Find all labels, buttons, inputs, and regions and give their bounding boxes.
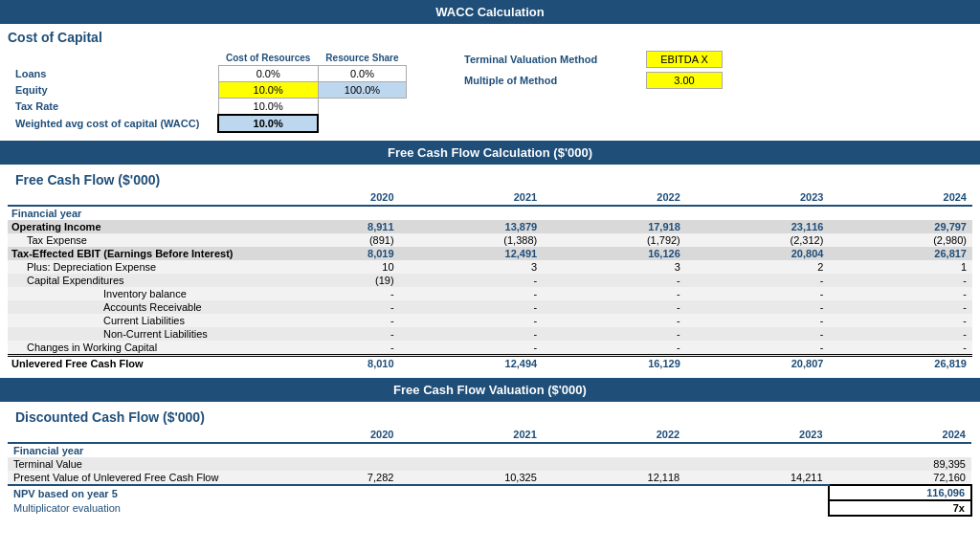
fcf-val-5-2: - <box>543 274 686 287</box>
val-header-row: 2020 2021 2022 2023 2024 <box>8 427 971 443</box>
col-share-header: Resource Share <box>318 51 406 66</box>
tax-cost[interactable]: 10.0% <box>218 99 318 116</box>
fcf-section-title: Free Cash Flow ($'000) <box>8 166 972 189</box>
fcf-label-11: Unlevered Free Cash Flow <box>8 356 256 371</box>
fcf-val-0-0 <box>256 206 400 220</box>
fcf-val-1-1: 13,879 <box>400 220 544 233</box>
terminal-row-1: Terminal Valuation Method EBITDA X <box>464 51 723 68</box>
terminal-label-1: Terminal Valuation Method <box>464 54 636 65</box>
val-val-0-3 <box>685 443 828 457</box>
fcf-val-9-1: - <box>400 327 544 341</box>
fcf-val-0-2 <box>543 206 686 220</box>
wacc-row-tax: Tax Rate 10.0% <box>8 99 407 116</box>
terminal-value-2[interactable]: 3.00 <box>646 72 723 89</box>
fcf-val-1-0: 8,911 <box>256 220 400 233</box>
fcf-label-4: Plus: Depreciation Expense <box>8 260 256 274</box>
loans-cost[interactable]: 0.0% <box>218 66 318 82</box>
val-val-3-3 <box>685 485 828 500</box>
fcf-val-8-0: - <box>256 314 400 327</box>
main-header: WACC Calculation <box>0 0 980 24</box>
wacc-row-equity: Equity 10.0% 100.0% <box>8 82 407 99</box>
loans-share[interactable]: 0.0% <box>318 66 406 82</box>
wacc-label: Weighted avg cost of capital (WACC) <box>8 115 218 132</box>
fcf-val-0-4 <box>829 206 972 220</box>
val-val-2-0: 7,282 <box>256 471 399 485</box>
fcf-row-10: Changes in Working Capital----- <box>8 341 972 356</box>
val-val-1-1 <box>399 457 542 471</box>
val-year-2020: 2020 <box>256 427 399 443</box>
equity-share[interactable]: 100.0% <box>318 82 406 99</box>
wacc-section-title: Cost of Capital <box>0 24 980 47</box>
wacc-left: Cost of Resources Resource Share Loans 0… <box>8 51 407 133</box>
val-row-0: Financial year <box>8 443 971 457</box>
val-val-2-1: 10,325 <box>399 471 542 485</box>
fcf-val-6-3: - <box>686 287 830 300</box>
fcf-row-1: Operating Income8,91113,87917,91823,1162… <box>8 220 972 233</box>
fcf-row-6: Inventory balance----- <box>8 287 972 300</box>
fcf-header: Free Cash Flow Calculation ($'000) <box>0 141 980 165</box>
val-val-0-0 <box>256 443 399 457</box>
val-row-2: Present Value of Unlevered Free Cash Flo… <box>8 471 971 485</box>
val-val-1-3 <box>685 457 828 471</box>
fcf-table: 2020 2021 2022 2023 2024 Financial yearO… <box>8 189 972 370</box>
fcf-val-2-2: (1,792) <box>543 233 686 247</box>
fcf-val-7-0: - <box>256 300 400 314</box>
val-val-4-1 <box>399 500 542 516</box>
fcf-val-10-3: - <box>686 341 830 356</box>
terminal-value-1[interactable]: EBITDA X <box>646 51 723 68</box>
fcf-section: Free Cash Flow ($'000) 2020 2021 2022 20… <box>0 165 980 378</box>
val-year-2021: 2021 <box>399 427 542 443</box>
fcf-val-7-2: - <box>543 300 686 314</box>
fcf-row-11: Unlevered Free Cash Flow8,01012,49416,12… <box>8 356 972 371</box>
fcf-val-11-0: 8,010 <box>256 356 400 371</box>
fcf-val-6-4: - <box>829 287 972 300</box>
fcf-val-6-1: - <box>400 287 544 300</box>
fcf-label-3: Tax-Effected EBIT (Earnings Before Inter… <box>8 247 256 260</box>
fcf-row-4: Plus: Depreciation Expense103321 <box>8 260 972 274</box>
val-val-4-3 <box>685 500 828 516</box>
fcf-val-3-0: 8,019 <box>256 247 400 260</box>
fcf-label-6: Inventory balance <box>8 287 256 300</box>
wacc-grid: Cost of Resources Resource Share Loans 0… <box>8 51 972 133</box>
fcf-val-9-3: - <box>686 327 830 341</box>
fcf-label-9: Non-Current Liabilities <box>8 327 256 341</box>
fcf-val-9-0: - <box>256 327 400 341</box>
val-year-2024: 2024 <box>829 427 971 443</box>
fcf-year-2021: 2021 <box>400 189 544 206</box>
val-val-0-4 <box>829 443 971 457</box>
fcf-val-11-2: 16,129 <box>543 356 686 371</box>
fcf-val-7-4: - <box>829 300 972 314</box>
fcf-val-4-1: 3 <box>400 260 544 274</box>
val-val-4-4: 7x <box>829 500 971 516</box>
val-val-3-4: 116,096 <box>829 485 971 500</box>
val-val-2-3: 14,211 <box>685 471 828 485</box>
val-label-1: Terminal Value <box>8 457 256 471</box>
terminal-right: Terminal Valuation Method EBITDA X Multi… <box>464 51 723 89</box>
wacc-value[interactable]: 10.0% <box>218 115 318 132</box>
val-header: Free Cash Flow Valuation ($'000) <box>0 378 980 402</box>
val-val-1-4: 89,395 <box>829 457 971 471</box>
val-val-4-0 <box>256 500 399 516</box>
fcf-val-8-4: - <box>829 314 972 327</box>
fcf-val-0-1 <box>400 206 544 220</box>
fcf-label-2: Tax Expense <box>8 233 256 247</box>
fcf-val-9-4: - <box>829 327 972 341</box>
fcf-val-2-1: (1,388) <box>400 233 544 247</box>
val-section-title: Discounted Cash Flow ($'000) <box>8 404 972 427</box>
fcf-val-6-2: - <box>543 287 686 300</box>
equity-cost[interactable]: 10.0% <box>218 82 318 99</box>
fcf-val-5-0: (19) <box>256 274 400 287</box>
fcf-val-8-1: - <box>400 314 544 327</box>
fcf-label-5: Capital Expenditures <box>8 274 256 287</box>
val-row-1: Terminal Value89,395 <box>8 457 971 471</box>
fcf-year-2022: 2022 <box>543 189 686 206</box>
val-label-2: Present Value of Unlevered Free Cash Flo… <box>8 471 256 485</box>
val-year-2022: 2022 <box>543 427 685 443</box>
fcf-label-1: Operating Income <box>8 220 256 233</box>
fcf-label-0: Financial year <box>8 206 256 220</box>
fcf-val-3-3: 20,804 <box>686 247 830 260</box>
fcf-val-10-0: - <box>256 341 400 356</box>
fcf-val-11-1: 12,494 <box>400 356 544 371</box>
fcf-val-9-2: - <box>543 327 686 341</box>
val-val-4-2 <box>543 500 685 516</box>
